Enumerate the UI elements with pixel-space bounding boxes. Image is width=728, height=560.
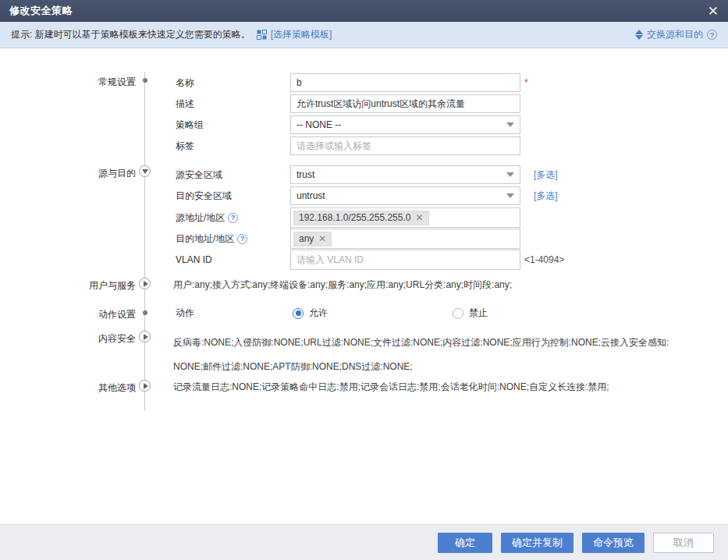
- radio-selected-icon[interactable]: [293, 308, 304, 319]
- src-addr-chip-text: 192.168.1.0/255.255.255.0: [299, 212, 410, 223]
- section-label-users-services: 用户与服务: [31, 279, 136, 292]
- dst-zone-label: 目的安全区域: [176, 186, 232, 205]
- hint-text: 提示: 新建时可以基于策略模板来快速定义您需要的策略。: [11, 28, 250, 41]
- dst-addr-chip: any ✕: [293, 232, 332, 246]
- radio-unselected-icon[interactable]: [453, 308, 463, 319]
- description-label: 描述: [176, 94, 194, 113]
- section-label-source-dest: 源与目的: [31, 167, 136, 180]
- chevron-down-icon: [506, 172, 514, 177]
- action-deny-option[interactable]: 禁止: [453, 307, 488, 320]
- swap-arrows-icon: [635, 30, 643, 40]
- expand-icon-content-security[interactable]: [139, 331, 151, 342]
- description-input[interactable]: [290, 94, 520, 113]
- src-zone-label: 源安全区域: [176, 165, 222, 184]
- chevron-down-icon: [506, 122, 514, 127]
- dst-zone-select[interactable]: untrust: [290, 186, 520, 205]
- src-zone-select[interactable]: trust: [290, 165, 520, 184]
- required-asterisk: *: [524, 73, 528, 92]
- src-addr-help-icon[interactable]: ?: [228, 213, 238, 223]
- policy-group-select[interactable]: -- NONE --: [290, 115, 520, 134]
- src-zone-multi-select-link[interactable]: [多选]: [534, 165, 558, 184]
- ok-button[interactable]: 确定: [438, 533, 492, 553]
- remove-tag-icon[interactable]: ✕: [318, 233, 326, 244]
- hint-bar: 提示: 新建时可以基于策略模板来快速定义您需要的策略。 [选择策略模板] 交换源…: [0, 22, 728, 48]
- section-dot-action: [143, 310, 147, 315]
- swap-source-dest-label: 交换源和目的: [647, 28, 703, 41]
- name-input[interactable]: [290, 73, 520, 92]
- vlan-input[interactable]: [290, 250, 520, 270]
- section-label-action: 动作设置: [31, 308, 136, 321]
- section-label-general: 常规设置: [31, 76, 136, 89]
- dialog-titlebar: 修改安全策略 ✕: [0, 0, 728, 22]
- dst-addr-help-icon[interactable]: ?: [237, 234, 247, 244]
- remove-tag-icon[interactable]: ✕: [415, 212, 423, 223]
- section-label-content-security: 内容安全: [31, 332, 136, 346]
- swap-help-icon[interactable]: ?: [707, 30, 717, 40]
- command-preview-button[interactable]: 命令预览: [582, 533, 645, 553]
- expand-icon-users-services[interactable]: [139, 278, 151, 289]
- chevron-down-icon: [506, 193, 514, 198]
- src-addr-chip: 192.168.1.0/255.255.255.0 ✕: [293, 211, 429, 225]
- expand-icon-other-options[interactable]: [139, 380, 151, 392]
- modify-security-policy-dialog: 修改安全策略 ✕ 提示: 新建时可以基于策略模板来快速定义您需要的策略。 [选择…: [0, 0, 728, 560]
- vlan-label: VLAN ID: [176, 250, 212, 270]
- dst-addr-label-text: 目的地址/地区: [176, 229, 234, 249]
- dialog-title: 修改安全策略: [9, 4, 73, 18]
- src-addr-label: 源地址/地区 ?: [176, 207, 238, 228]
- src-zone-value: trust: [297, 169, 314, 180]
- swap-source-dest-control[interactable]: 交换源和目的 ?: [635, 28, 717, 41]
- section-rail: [144, 72, 145, 410]
- select-policy-template-link[interactable]: [选择策略模板]: [271, 28, 332, 41]
- cancel-button[interactable]: 取消: [653, 533, 714, 553]
- dst-addr-tag-input[interactable]: any ✕: [290, 229, 520, 249]
- tags-input[interactable]: [290, 136, 520, 155]
- tags-label: 标签: [176, 136, 194, 155]
- dst-zone-value: untrust: [297, 190, 325, 201]
- name-label: 名称: [176, 73, 194, 92]
- dialog-footer: 确定 确定并复制 命令预览 取消: [0, 524, 728, 560]
- dst-addr-chip-text: any: [299, 233, 314, 244]
- allow-label: 允许: [309, 307, 328, 320]
- action-label: 动作: [176, 307, 194, 319]
- section-dot-general: [143, 78, 147, 83]
- content-security-summary: 反病毒:NONE;入侵防御:NONE;URL过滤:NONE;文件过滤:NONE;…: [173, 331, 712, 379]
- template-grid-icon: [257, 30, 267, 40]
- other-options-summary: 记录流量日志:NONE;记录策略命中日志:禁用;记录会话日志:禁用;会话老化时间…: [173, 381, 712, 393]
- close-icon[interactable]: ✕: [708, 5, 719, 18]
- dst-zone-multi-select-link[interactable]: [多选]: [534, 186, 558, 205]
- dst-addr-label: 目的地址/地区 ?: [176, 229, 247, 249]
- src-addr-tag-input[interactable]: 192.168.1.0/255.255.255.0 ✕: [290, 207, 520, 228]
- deny-label: 禁止: [469, 307, 488, 320]
- section-label-other-options: 其他选项: [31, 381, 136, 395]
- users-services-summary: 用户:any;接入方式:any;终端设备:any;服务:any;应用:any;U…: [173, 278, 712, 291]
- policy-group-value: -- NONE --: [297, 119, 341, 130]
- ok-and-copy-button[interactable]: 确定并复制: [501, 533, 574, 553]
- action-allow-option[interactable]: 允许: [293, 307, 328, 320]
- collapse-icon-source-dest[interactable]: [139, 165, 151, 177]
- policy-group-label: 策略组: [176, 115, 204, 134]
- src-addr-label-text: 源地址/地区: [176, 207, 225, 228]
- vlan-range-hint: <1-4094>: [524, 250, 564, 270]
